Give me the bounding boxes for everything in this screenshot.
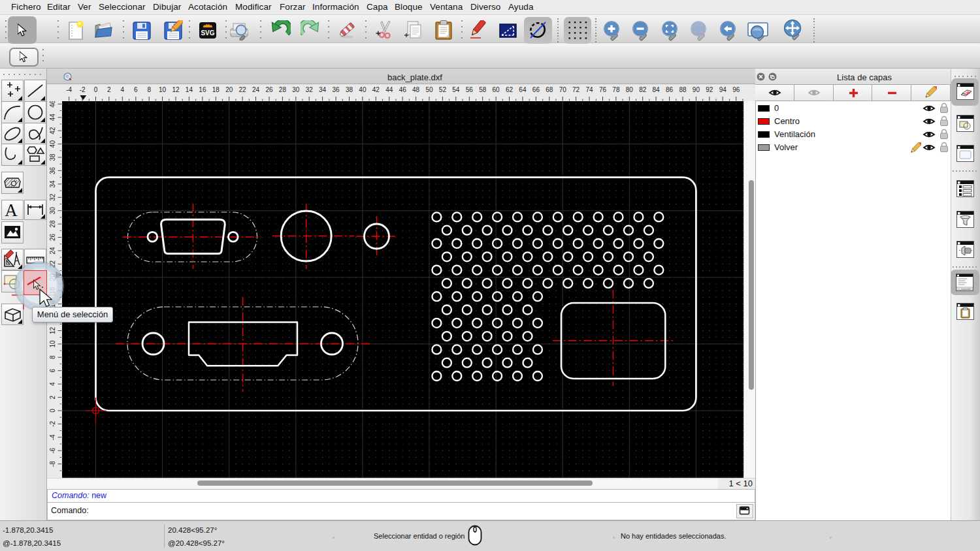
svg-text:-6: -6 <box>50 447 56 453</box>
svg-text:50: 50 <box>425 86 433 93</box>
svg-text:12: 12 <box>172 86 180 93</box>
svg-text:94: 94 <box>719 86 727 93</box>
svg-text:66: 66 <box>532 86 540 93</box>
svg-text:28: 28 <box>279 86 287 93</box>
svg-text:34: 34 <box>50 180 56 188</box>
svg-text:26: 26 <box>265 86 273 93</box>
svg-text:82: 82 <box>639 86 647 93</box>
svg-text:88: 88 <box>679 86 687 93</box>
svg-text:SVG: SVG <box>201 29 214 37</box>
svg-text:28: 28 <box>50 220 56 228</box>
svg-text:A: A <box>5 200 18 219</box>
svg-text:58: 58 <box>479 86 487 93</box>
svg-text:96: 96 <box>732 86 740 93</box>
svg-text:4: 4 <box>121 86 125 93</box>
svg-text:54: 54 <box>452 86 460 93</box>
svg-text:90: 90 <box>693 86 700 93</box>
svg-text:-4: -4 <box>66 86 72 93</box>
svg-text:42: 42 <box>372 86 380 93</box>
svg-text:2: 2 <box>50 395 56 399</box>
svg-text:64: 64 <box>519 86 527 93</box>
svg-text:52: 52 <box>439 86 447 93</box>
svg-text:-4: -4 <box>50 434 56 440</box>
svg-text:8: 8 <box>50 355 56 359</box>
svg-text:14: 14 <box>186 86 193 93</box>
svg-text:38: 38 <box>50 153 56 161</box>
svg-text:4: 4 <box>50 382 56 386</box>
svg-text:48: 48 <box>412 86 420 93</box>
svg-text:84: 84 <box>653 86 661 93</box>
svg-text:24: 24 <box>252 86 260 93</box>
svg-text:42: 42 <box>50 127 56 134</box>
svg-text:36: 36 <box>333 86 340 93</box>
svg-text:8: 8 <box>147 86 151 93</box>
svg-text:32: 32 <box>50 193 56 201</box>
svg-text:-2: -2 <box>50 421 56 427</box>
svg-text:34: 34 <box>319 86 327 93</box>
svg-text:86: 86 <box>666 86 674 93</box>
svg-text:46: 46 <box>399 86 407 93</box>
svg-text:10: 10 <box>159 86 167 93</box>
svg-text:76: 76 <box>599 86 607 93</box>
svg-text:80: 80 <box>626 86 634 93</box>
svg-text:12: 12 <box>50 327 56 335</box>
svg-text:24: 24 <box>50 247 56 255</box>
svg-text:72: 72 <box>572 86 580 93</box>
svg-text:70: 70 <box>559 86 567 93</box>
svg-text:6: 6 <box>134 86 138 93</box>
svg-text:78: 78 <box>612 86 620 93</box>
svg-text:92: 92 <box>706 86 713 93</box>
svg-text:36: 36 <box>50 166 56 174</box>
svg-text:30: 30 <box>292 86 300 93</box>
svg-text:32: 32 <box>306 86 314 93</box>
svg-text:-8: -8 <box>50 461 56 467</box>
svg-text:46: 46 <box>50 101 56 108</box>
svg-text:-2: -2 <box>80 86 86 93</box>
svg-text:2: 2 <box>107 86 111 93</box>
svg-text:22: 22 <box>239 86 247 93</box>
svg-text:20: 20 <box>225 86 233 93</box>
svg-text:0: 0 <box>50 409 56 413</box>
svg-text:74: 74 <box>585 86 593 93</box>
svg-text:38: 38 <box>346 86 353 93</box>
svg-text:<_comando:: <_comando: <box>958 288 972 291</box>
svg-text:62: 62 <box>506 86 514 93</box>
svg-text:10: 10 <box>50 340 56 348</box>
svg-text:56: 56 <box>466 86 474 93</box>
svg-text:40: 40 <box>50 140 56 148</box>
svg-text:44: 44 <box>50 114 56 121</box>
svg-text:68: 68 <box>546 86 553 93</box>
svg-text:16: 16 <box>199 86 206 93</box>
svg-text:44: 44 <box>385 86 393 93</box>
svg-text:40: 40 <box>359 86 367 93</box>
svg-text:18: 18 <box>212 86 220 93</box>
svg-text:60: 60 <box>493 86 500 93</box>
svg-text:0: 0 <box>94 86 98 93</box>
svg-text:30: 30 <box>50 207 56 215</box>
svg-text:6: 6 <box>50 368 56 372</box>
svg-text:26: 26 <box>50 234 56 242</box>
